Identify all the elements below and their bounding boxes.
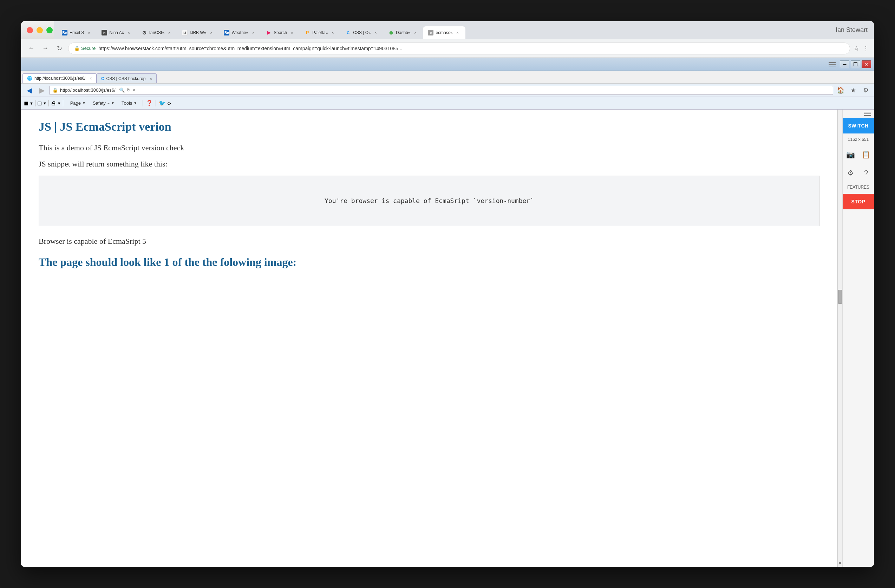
- toolbar-icon-3[interactable]: ◻: [37, 100, 42, 106]
- tab-close-email[interactable]: ×: [86, 30, 92, 35]
- chrome-tab-css[interactable]: C CSS | C« ×: [340, 26, 383, 39]
- hamburger-line-3: [828, 66, 836, 67]
- tab-close-dashb[interactable]: ×: [413, 30, 418, 35]
- mac-maximize-button[interactable]: [46, 27, 53, 33]
- tab-close-palette[interactable]: ×: [330, 30, 335, 35]
- ie-settings-button[interactable]: ⚙: [860, 85, 871, 95]
- reload-button[interactable]: ↻: [54, 43, 65, 54]
- tab-favicon-ecma: e: [428, 30, 434, 35]
- page-dropdown-arrow: ▼: [82, 101, 86, 105]
- ie-lock-icon: 🔒: [52, 88, 58, 93]
- bs-help-icon[interactable]: ?: [860, 167, 872, 179]
- tools-label: Tools: [121, 100, 132, 106]
- mac-close-button[interactable]: [27, 27, 33, 33]
- safety-menu-button[interactable]: Safety ~ ▼: [90, 99, 117, 107]
- tab-close-iancs[interactable]: ×: [167, 30, 172, 35]
- tab-label-nina: Nina Ac: [109, 30, 124, 35]
- bs-switch-button[interactable]: SWITCH: [843, 118, 874, 133]
- toolbar-icon-2[interactable]: ▼: [29, 101, 33, 105]
- intro-text: This is a demo of JS EcmaScript version …: [39, 143, 820, 152]
- tools-menu-button[interactable]: Tools ▼: [119, 99, 140, 107]
- chrome-tab-search[interactable]: ▶ Search ×: [261, 26, 300, 39]
- ie-forward-button[interactable]: ▶: [36, 85, 47, 95]
- page-label: Page: [70, 100, 81, 106]
- bs-settings-icon[interactable]: ⚙: [844, 167, 857, 179]
- browserstack-panel: SWITCH 1162 x 651 📷 📋 ⚙ ? FEATURES STOP: [842, 109, 874, 567]
- mac-minimize-button[interactable]: [36, 27, 43, 33]
- ie-restore-button[interactable]: ❐: [851, 61, 860, 68]
- page-menu-button[interactable]: Page ▼: [67, 99, 88, 107]
- forward-button[interactable]: →: [40, 43, 51, 54]
- toolbar-icon-bird[interactable]: 🐦: [159, 100, 166, 106]
- hamburger-icon[interactable]: [828, 62, 836, 67]
- tab-label-palette: Paletta«: [312, 30, 328, 35]
- scrollbar-thumb[interactable]: [838, 290, 842, 304]
- chrome-tab-dashb[interactable]: ◉ Dashb« ×: [383, 26, 423, 39]
- ie-address-close-icon[interactable]: ×: [133, 88, 136, 93]
- toolbar-icon-1[interactable]: ◼: [24, 100, 29, 106]
- bs-stop-button[interactable]: STOP: [843, 194, 874, 209]
- secure-badge: 🔒 Secure: [74, 45, 96, 51]
- tab-label-dashb: Dashb«: [396, 30, 410, 35]
- tab-favicon-search: ▶: [266, 30, 272, 35]
- chrome-tab-nina[interactable]: N Nina Ac ×: [97, 26, 136, 39]
- tab-close-search[interactable]: ×: [289, 30, 295, 35]
- chrome-tab-weather[interactable]: Be Weathe« ×: [219, 26, 261, 39]
- tab-close-ijrb[interactable]: ×: [208, 30, 214, 35]
- ie-favorites-button[interactable]: ★: [848, 85, 859, 95]
- ie-back-button[interactable]: ◀: [24, 85, 35, 95]
- tab-favicon-palette: P: [305, 30, 310, 35]
- scrollbar-track[interactable]: [838, 109, 842, 560]
- chrome-tab-ecma[interactable]: e ecmasc« ×: [423, 26, 465, 39]
- bs-hamburger-icon[interactable]: [864, 112, 871, 116]
- ie-tabs-row: 🌐 http://localhost:3000/js/es6/ × C CSS …: [21, 71, 874, 83]
- ie-tab-close-localhost[interactable]: ×: [90, 76, 92, 80]
- ie-address-input[interactable]: 🔒 http://localhost:3000/js/es6/ 🔍 ↻ ×: [49, 86, 833, 95]
- chrome-tab-palette[interactable]: P Paletta« ×: [300, 26, 340, 39]
- bookmark-icon[interactable]: ☆: [854, 45, 859, 52]
- chrome-tab-email[interactable]: Be Email S ×: [57, 26, 97, 39]
- chrome-tabs: Be Email S × N Nina Ac × ⊙ IanCSt« × IJ …: [54, 21, 874, 39]
- bs-icon-row-1: 📷 📋: [843, 145, 874, 164]
- bs-hamburger: [843, 109, 874, 118]
- toolbar-separator-5: [156, 100, 156, 106]
- ie-scrollbar: ▼: [837, 109, 842, 567]
- user-name: Ian Stewart: [832, 26, 871, 34]
- ie-minimize-button[interactable]: ─: [840, 61, 849, 68]
- scrollbar-down-arrow[interactable]: ▼: [838, 560, 842, 567]
- toolbar-icon-6[interactable]: ▼: [57, 101, 61, 105]
- tab-label-weather: Weathe«: [232, 30, 248, 35]
- bs-hamburger-line-2: [864, 114, 871, 114]
- ie-content: JS | JS EcmaScript verion This is a demo…: [21, 109, 837, 567]
- menu-icon[interactable]: ⋮: [863, 45, 869, 52]
- toolbar-icon-4[interactable]: ▼: [43, 101, 47, 105]
- toolbar-icon-5[interactable]: 🖨: [51, 100, 56, 106]
- bs-hamburger-line-1: [864, 112, 871, 112]
- tab-close-nina[interactable]: ×: [126, 30, 132, 35]
- tab-label-css: CSS | C«: [353, 30, 370, 35]
- chrome-tab-iancs[interactable]: ⊙ IanCSt« ×: [137, 26, 177, 39]
- tab-close-weather[interactable]: ×: [250, 30, 256, 35]
- back-button[interactable]: ←: [26, 43, 36, 54]
- ie-close-button[interactable]: ✕: [862, 61, 871, 68]
- bs-copy-icon[interactable]: 📋: [860, 148, 872, 161]
- tab-close-ecma[interactable]: ×: [455, 30, 461, 35]
- ie-tab-localhost[interactable]: 🌐 http://localhost:3000/js/es6/ ×: [23, 73, 97, 83]
- ie-address-refresh-icon[interactable]: ↻: [127, 88, 130, 93]
- toolbar-icon-code[interactable]: ‹›: [167, 100, 171, 106]
- chrome-tab-ijrb[interactable]: IJ IJRB W« ×: [177, 26, 219, 39]
- tab-close-css[interactable]: ×: [373, 30, 378, 35]
- ie-tab-close-css[interactable]: ×: [150, 77, 152, 81]
- toolbar-separator-2: [49, 100, 49, 106]
- ie-tab-css[interactable]: C CSS | CSS backdrop ×: [97, 73, 157, 83]
- bs-camera-icon[interactable]: 📷: [844, 148, 857, 161]
- page-caption: Browser is capable of EcmaSript 5: [39, 237, 820, 246]
- ie-home-button[interactable]: 🏠: [835, 85, 846, 95]
- toolbar-help-icon[interactable]: ❓: [146, 100, 153, 106]
- address-bar[interactable]: 🔒 Secure https://www.browserstack.com/st…: [68, 42, 850, 55]
- ie-toolbar: ◼ ▼ ◻ ▼ 🖨 ▼ Page ▼ Safety ~ ▼ Tools ▼: [21, 97, 874, 109]
- ie-address-search-icon: 🔍: [119, 88, 125, 93]
- ie-titlebar: ─ ❐ ✕: [21, 58, 874, 71]
- tab-favicon-ijrb: IJ: [182, 30, 188, 35]
- tools-dropdown-arrow: ▼: [133, 101, 137, 105]
